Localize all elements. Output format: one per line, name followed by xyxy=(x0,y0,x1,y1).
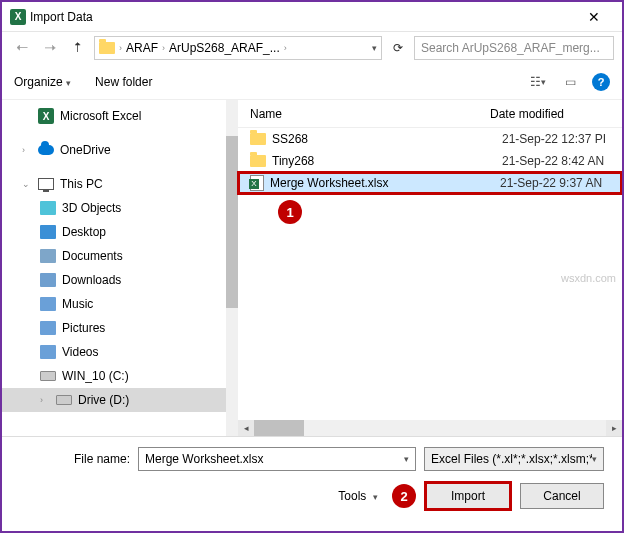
sidebar-item-label: Music xyxy=(62,297,93,311)
sidebar-item-label: Downloads xyxy=(62,273,121,287)
sidebar-item-label: Microsoft Excel xyxy=(60,109,141,123)
import-button[interactable]: Import xyxy=(426,483,510,509)
scroll-right-arrow[interactable]: ▸ xyxy=(606,420,622,436)
chevron-down-icon: ▾ xyxy=(373,492,378,502)
file-filter-combo[interactable]: Excel Files (*.xl*;*.xlsx;*.xlsm;*.x ▾ xyxy=(424,447,604,471)
file-row-selected[interactable]: Merge Worksheet.xlsx 21-Sep-22 9:37 AN xyxy=(238,172,622,194)
drive-icon xyxy=(56,395,72,405)
breadcrumb-seg[interactable]: ArUpS268_ARAF_... xyxy=(169,41,280,55)
filename-combo[interactable]: Merge Worksheet.xlsx ▾ xyxy=(138,447,416,471)
cancel-button[interactable]: Cancel xyxy=(520,483,604,509)
sidebar-scroll-thumb[interactable] xyxy=(226,136,238,308)
pictures-icon xyxy=(40,321,56,335)
sidebar-item-music[interactable]: Music xyxy=(2,292,237,316)
filename-value: Merge Worksheet.xlsx xyxy=(145,452,263,466)
sidebar-item-thispc[interactable]: ⌄ This PC xyxy=(2,172,237,196)
chevron-down-icon[interactable]: ▾ xyxy=(592,454,597,464)
sidebar-item-label: Documents xyxy=(62,249,123,263)
downloads-icon xyxy=(40,273,56,287)
sidebar-item-desktop[interactable]: Desktop xyxy=(2,220,237,244)
scroll-left-arrow[interactable]: ◂ xyxy=(238,420,254,436)
help-button[interactable]: ? xyxy=(592,73,610,91)
file-name: SS268 xyxy=(272,132,496,146)
column-headers: Name Date modified xyxy=(238,100,622,128)
search-input[interactable]: Search ArUpS268_ARAF_merg... xyxy=(414,36,614,60)
folder-icon xyxy=(99,42,115,54)
scroll-track[interactable] xyxy=(254,420,606,436)
sidebar-item-label: WIN_10 (C:) xyxy=(62,369,129,383)
sidebar-item-label: Drive (D:) xyxy=(78,393,129,407)
breadcrumb-dropdown-icon[interactable]: ▾ xyxy=(372,43,377,53)
sidebar-item-drive-d[interactable]: › Drive (D:) xyxy=(2,388,237,412)
drive-icon xyxy=(40,371,56,381)
horizontal-scrollbar[interactable]: ◂ ▸ xyxy=(238,420,622,436)
file-row-folder[interactable]: SS268 21-Sep-22 12:37 PI xyxy=(238,128,622,150)
file-row-folder[interactable]: Tiny268 21-Sep-22 8:42 AN xyxy=(238,150,622,172)
sidebar-item-drive-c[interactable]: WIN_10 (C:) xyxy=(2,364,237,388)
chevron-right-icon: › xyxy=(160,43,167,53)
preview-pane-button[interactable]: ▭ xyxy=(560,72,580,92)
button-label: Import xyxy=(451,489,485,503)
excel-file-icon xyxy=(250,175,264,191)
watermark: wsxdn.com xyxy=(561,272,616,284)
music-icon xyxy=(40,297,56,311)
back-button[interactable]: 🠐 xyxy=(10,36,34,60)
file-name: Tiny268 xyxy=(272,154,496,168)
sidebar-item-pictures[interactable]: Pictures xyxy=(2,316,237,340)
refresh-button[interactable]: ⟳ xyxy=(386,36,410,60)
column-name[interactable]: Name xyxy=(250,107,490,121)
3d-objects-icon xyxy=(40,201,56,215)
new-folder-button[interactable]: New folder xyxy=(95,75,152,89)
chevron-right-icon: › xyxy=(117,43,124,53)
sidebar-item-onedrive[interactable]: › OneDrive xyxy=(2,138,237,162)
file-date: 21-Sep-22 9:37 AN xyxy=(500,176,622,190)
sidebar-item-label: 3D Objects xyxy=(62,201,121,215)
sidebar-item-downloads[interactable]: Downloads xyxy=(2,268,237,292)
file-pane: Name Date modified SS268 21-Sep-22 12:37… xyxy=(238,100,622,436)
videos-icon xyxy=(40,345,56,359)
toolbar: Organize ▾ New folder ☷ ▾ ▭ ? xyxy=(2,64,622,100)
dialog-footer: File name: Merge Worksheet.xlsx ▾ Excel … xyxy=(2,436,622,526)
filename-label: File name: xyxy=(20,452,130,466)
main-area: X Microsoft Excel › OneDrive ⌄ This PC 3… xyxy=(2,100,622,436)
onedrive-icon xyxy=(38,145,54,155)
column-date[interactable]: Date modified xyxy=(490,107,622,121)
sidebar-item-3dobjects[interactable]: 3D Objects xyxy=(2,196,237,220)
button-label: Cancel xyxy=(543,489,580,503)
sidebar-item-excel[interactable]: X Microsoft Excel xyxy=(2,104,237,128)
sidebar-item-label: OneDrive xyxy=(60,143,111,157)
annotation-callout-2: 2 xyxy=(392,484,416,508)
window-title: Import Data xyxy=(26,10,574,24)
sidebar-item-label: Desktop xyxy=(62,225,106,239)
navigation-tree[interactable]: X Microsoft Excel › OneDrive ⌄ This PC 3… xyxy=(2,100,238,436)
excel-app-icon: X xyxy=(10,9,26,25)
annotation-callout-1: 1 xyxy=(278,200,302,224)
file-date: 21-Sep-22 12:37 PI xyxy=(502,132,622,146)
filter-value: Excel Files (*.xl*;*.xlsx;*.xlsm;*.x xyxy=(431,452,592,466)
desktop-icon xyxy=(40,225,56,239)
nav-row: 🠐 🠒 🠑 › ARAF › ArUpS268_ARAF_... › ▾ ⟳ S… xyxy=(2,32,622,64)
file-date: 21-Sep-22 8:42 AN xyxy=(502,154,622,168)
breadcrumb-seg[interactable]: ARAF xyxy=(126,41,158,55)
view-options-button[interactable]: ☷ ▾ xyxy=(528,72,548,92)
excel-app-icon: X xyxy=(38,108,54,124)
tools-menu[interactable]: Tools ▾ xyxy=(338,489,378,503)
sidebar-item-label: This PC xyxy=(60,177,103,191)
this-pc-icon xyxy=(38,178,54,190)
scroll-thumb[interactable] xyxy=(254,420,304,436)
sidebar-item-label: Videos xyxy=(62,345,98,359)
file-name: Merge Worksheet.xlsx xyxy=(270,176,494,190)
forward-button: 🠒 xyxy=(38,36,62,60)
close-button[interactable]: ✕ xyxy=(574,9,614,25)
folder-icon xyxy=(250,155,266,167)
chevron-down-icon[interactable]: ▾ xyxy=(404,454,409,464)
organize-menu[interactable]: Organize ▾ xyxy=(14,75,71,89)
sidebar-item-videos[interactable]: Videos xyxy=(2,340,237,364)
up-button[interactable]: 🠑 xyxy=(66,36,90,60)
chevron-right-icon: › xyxy=(282,43,289,53)
documents-icon xyxy=(40,249,56,263)
breadcrumb[interactable]: › ARAF › ArUpS268_ARAF_... › ▾ xyxy=(94,36,382,60)
chevron-down-icon: ▾ xyxy=(66,78,71,88)
sidebar-item-documents[interactable]: Documents xyxy=(2,244,237,268)
title-bar: X Import Data ✕ xyxy=(2,2,622,32)
